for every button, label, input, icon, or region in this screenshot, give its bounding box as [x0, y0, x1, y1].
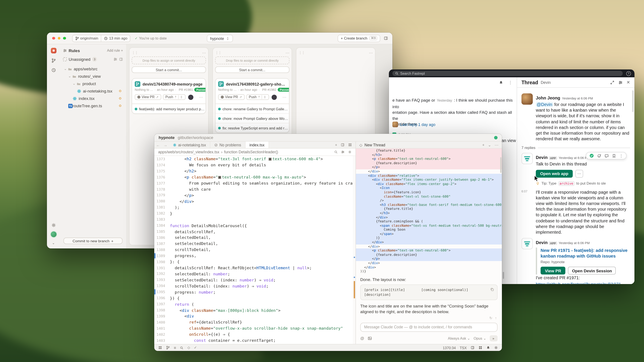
forward-icon[interactable]: → [162, 143, 169, 147]
copy-icon[interactable] [490, 288, 494, 292]
code-line[interactable]: 1399 <div [154, 313, 353, 319]
notifications-bell-icon[interactable] [486, 346, 490, 350]
collapse-chevron-icon[interactable]: ⌄ [52, 241, 55, 245]
drag-handle-icon[interactable]: ⋮⋮ [298, 51, 304, 55]
help-icon[interactable]: ? [626, 71, 631, 76]
list-view-icon[interactable] [114, 57, 117, 61]
code-line[interactable]: 1395 progress: number; [154, 289, 353, 295]
message-more-icon[interactable]: ⋯ [575, 170, 583, 177]
commit-row[interactable]: chore: move Prompt Gallery above Workflo… [216, 113, 289, 123]
chevron-down-icon[interactable]: ⌄ [72, 82, 76, 85]
split-pane-icon[interactable] [341, 143, 344, 147]
workspace-grid-icon[interactable] [158, 346, 162, 350]
lane-more-icon[interactable]: ⋯ [286, 51, 290, 55]
code-line[interactable]: 1398 <div className="max-[800px]:block h… [154, 307, 353, 313]
diagnostics-diamond-icon[interactable]: ◇ [188, 346, 190, 350]
thread-last-reply[interactable]: Last reply 1 day ago [392, 122, 436, 127]
git-branch-icon[interactable] [166, 346, 170, 350]
layout-grid-icon[interactable] [348, 143, 352, 147]
diagnostics-summary[interactable]: No problems [210, 142, 246, 148]
notifications-bell-icon[interactable] [499, 80, 503, 85]
code-line[interactable]: 1388 scrollToDetail, [154, 247, 353, 253]
tab-index-tsx[interactable]: index.tsx [246, 142, 269, 148]
target-branch[interactable]: origin/main [72, 35, 101, 41]
search-icon[interactable] [334, 150, 338, 154]
channel-scrollbar[interactable] [503, 272, 504, 279]
card-more-icon[interactable]: ⋯ [199, 95, 203, 99]
open-devin-session-button[interactable]: Open Devin Session [568, 267, 616, 275]
tab-ai-notetaking[interactable]: ai-notetaking.tsx [169, 142, 210, 148]
author-name[interactable]: Devin [536, 155, 548, 160]
push-button[interactable]: Push⇡ [246, 94, 269, 100]
reply-in-thread-icon[interactable] [604, 154, 609, 158]
last-reply-link[interactable]: Last reply 1 day ago [400, 122, 436, 127]
code-line[interactable]: 1400 ref={detailsScrollRef} [154, 319, 353, 325]
assistant-message-input[interactable] [360, 323, 498, 332]
outline-list-icon[interactable]: ≡ [174, 346, 176, 350]
filter-sliders-icon[interactable] [341, 150, 344, 154]
code-line[interactable]: 1401 className="overflow-x-auto scrollba… [154, 325, 353, 331]
code-line[interactable]: 1397 return ( [154, 301, 353, 307]
language-mode[interactable]: TSX [460, 346, 467, 350]
close-icon[interactable]: ✕ [626, 80, 630, 85]
settings-gear-icon[interactable] [348, 150, 352, 154]
drag-handle-icon[interactable]: ⋮⋮ [215, 51, 221, 55]
search-input[interactable]: Search Fastrepl [392, 71, 623, 76]
author-name[interactable]: Devin [536, 240, 548, 245]
devin-avatar[interactable] [522, 153, 533, 164]
add-reaction-icon[interactable] [597, 154, 602, 158]
model-select[interactable]: Opus ⌄ [474, 336, 486, 341]
filter-sliders-icon[interactable] [618, 80, 622, 84]
search-icon[interactable] [180, 346, 184, 350]
zoom-window-button[interactable] [63, 37, 66, 40]
settings-gear-icon[interactable] [51, 223, 56, 228]
code-line[interactable]: 1378 with care [154, 186, 353, 192]
breadcrumb-path[interactable]: apps/web/src/routes/_view/index.tsx [158, 150, 220, 154]
split-columns-icon[interactable] [470, 346, 474, 350]
branches-icon[interactable] [51, 58, 56, 63]
more-actions-icon[interactable]: ⋮ [619, 154, 623, 158]
save-bookmark-icon[interactable] [612, 154, 616, 158]
attach-image-icon[interactable] [368, 336, 372, 341]
retry-icon[interactable]: ↻ [490, 316, 492, 320]
code-line[interactable]: 1403 const container = e.currentTarget; [154, 337, 353, 343]
panel-grid-icon[interactable] [478, 346, 482, 350]
mention-at-icon[interactable]: @ [360, 336, 364, 341]
code-line[interactable]: 1390 }: { [154, 259, 353, 265]
code-line[interactable]: 1382 } [154, 210, 353, 217]
minimize-window-button[interactable] [58, 37, 60, 40]
grid-view-icon[interactable] [119, 57, 123, 61]
settings-gear-icon[interactable] [494, 346, 498, 350]
author-name[interactable]: John Jeong [536, 95, 560, 100]
file-tree-item[interactable]: ⌄ TS routeTree.gen.ts [63, 102, 123, 109]
new-thread-icon[interactable]: + [482, 143, 484, 147]
commit-row[interactable]: chore: rename Gallery to Prompt Gallery … [216, 104, 289, 113]
code-line[interactable]: 1384 function DetailsMobileCarousel({ [154, 222, 353, 228]
code-line[interactable]: 1379 </p> [154, 192, 353, 198]
code-line[interactable]: 1393 setSelectedDetail: (index: number) … [154, 277, 353, 283]
check-icon[interactable]: ✓ [194, 346, 197, 350]
start-commit-button[interactable]: Start a commit... [215, 66, 290, 73]
layout-toggle-icon[interactable] [384, 36, 388, 40]
push-button[interactable]: Push⇡ [163, 94, 186, 100]
file-dropzone[interactable]: Drop files to assign or commit directly [215, 56, 290, 64]
pr-number[interactable]: PR #1981 [179, 88, 193, 92]
panel-more-icon[interactable]: ⋯ [494, 143, 498, 147]
cursor-position[interactable]: 1370:34 [443, 346, 456, 350]
channel-more-icon[interactable]: ⋮ [508, 80, 512, 85]
pr-link[interactable]: https://github.com/fastrepl/hypnote/pull… [536, 282, 630, 284]
code-line[interactable]: 1377 From powerful editing to seamless o… [154, 180, 353, 186]
code-line[interactable]: 1373 <h2 className="text-3xl font-serif … [154, 156, 353, 162]
user-avatar[interactable] [50, 232, 56, 237]
file-tree-item[interactable]: ⌄ TS product [63, 80, 123, 87]
code-line[interactable]: 1375 </h2> [154, 168, 353, 174]
avatar[interactable] [522, 93, 533, 105]
sync-status-icon[interactable] [494, 136, 498, 139]
code-line[interactable]: 1374 We focus on every bit of details [154, 162, 353, 168]
new-tab-icon[interactable]: + [335, 143, 337, 147]
open-web-app-button[interactable]: Open web app [536, 170, 573, 177]
drag-handle-icon[interactable]: ⋮⋮ [132, 51, 138, 55]
commit-row[interactable]: feat(web): add memory layer product page [132, 104, 206, 113]
branch-card[interactable]: devin/1764380749-memory-page Nothing to … [132, 78, 206, 114]
view-pr-button[interactable]: View PR↗ [218, 94, 244, 100]
